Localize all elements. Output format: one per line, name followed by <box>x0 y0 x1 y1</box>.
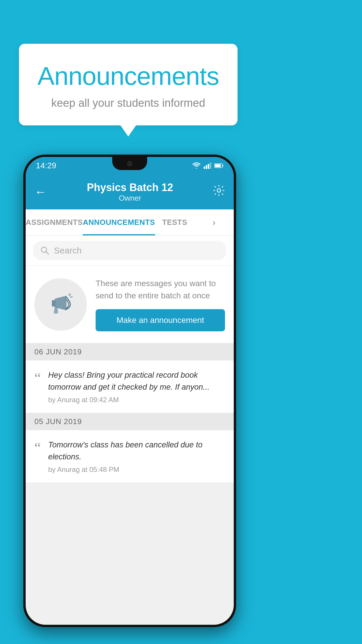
quote-icon-1: “ <box>34 371 41 385</box>
battery-icon <box>214 163 224 168</box>
app-header: ← Physics Batch 12 Owner <box>26 174 234 209</box>
svg-line-13 <box>69 295 71 296</box>
speech-bubble-title: Announcements <box>34 61 223 91</box>
date-separator-2: 05 JUN 2019 <box>26 413 234 430</box>
tab-announcements[interactable]: ANNOUNCEMENTS <box>83 209 155 235</box>
announcement-message-1: Hey class! Bring your practical record b… <box>48 369 225 393</box>
announcement-message-2: Tomorrow's class has been cancelled due … <box>48 439 225 463</box>
svg-rect-5 <box>222 165 223 167</box>
svg-point-7 <box>217 189 221 192</box>
tabs-bar: ASSIGNMENTS ANNOUNCEMENTS TESTS › <box>26 209 234 236</box>
search-input[interactable]: Search <box>33 241 226 260</box>
wifi-icon <box>192 162 201 169</box>
cta-right: These are messages you want to send to t… <box>96 277 225 331</box>
svg-rect-2 <box>208 164 209 169</box>
search-bar-container: Search <box>26 236 234 266</box>
speech-bubble-subtitle: keep all your students informed <box>34 97 223 109</box>
search-placeholder: Search <box>54 246 82 256</box>
notch <box>112 157 147 170</box>
svg-line-12 <box>70 297 72 297</box>
status-bar: 14:29 <box>26 157 234 174</box>
svg-rect-10 <box>52 300 55 307</box>
announcement-text-1: Hey class! Bring your practical record b… <box>48 369 225 404</box>
announcement-cta-section: These are messages you want to send to t… <box>26 266 234 343</box>
megaphone-icon <box>48 291 74 318</box>
role-label: Owner <box>52 194 208 203</box>
cta-description: These are messages you want to send to t… <box>96 277 225 302</box>
settings-button[interactable] <box>213 184 225 200</box>
announcement-item-1[interactable]: “ Hey class! Bring your practical record… <box>26 360 234 413</box>
tab-assignments[interactable]: ASSIGNMENTS <box>26 209 83 235</box>
camera <box>127 161 132 166</box>
status-icons <box>192 162 224 169</box>
date-separator-1: 06 JUN 2019 <box>26 343 234 360</box>
svg-rect-3 <box>210 162 211 169</box>
svg-line-11 <box>68 294 70 295</box>
phone-screen: 14:29 <box>26 157 234 625</box>
make-announcement-button[interactable]: Make an announcement <box>96 309 225 331</box>
svg-rect-6 <box>215 164 221 167</box>
search-icon <box>40 246 50 255</box>
announcement-item-2[interactable]: “ Tomorrow's class has been cancelled du… <box>26 430 234 483</box>
signal-icon <box>204 162 211 169</box>
svg-rect-1 <box>206 165 207 169</box>
phone-frame: 14:29 <box>23 155 236 627</box>
megaphone-circle <box>34 278 87 331</box>
status-time: 14:29 <box>36 161 56 170</box>
speech-bubble: Announcements keep all your students inf… <box>19 44 238 125</box>
announcement-text-2: Tomorrow's class has been cancelled due … <box>48 439 225 474</box>
svg-line-9 <box>46 252 49 254</box>
announcement-meta-1: by Anurag at 09:42 AM <box>48 396 225 404</box>
back-button[interactable]: ← <box>34 185 47 199</box>
batch-name: Physics Batch 12 <box>52 181 208 194</box>
tab-more[interactable]: › <box>194 209 234 235</box>
announcement-meta-2: by Anurag at 05:48 PM <box>48 466 225 474</box>
tab-tests[interactable]: TESTS <box>155 209 194 235</box>
svg-rect-0 <box>204 167 205 169</box>
speech-bubble-container: Announcements keep all your students inf… <box>19 44 238 125</box>
quote-icon-2: “ <box>34 440 41 455</box>
header-title-group: Physics Batch 12 Owner <box>52 181 208 203</box>
